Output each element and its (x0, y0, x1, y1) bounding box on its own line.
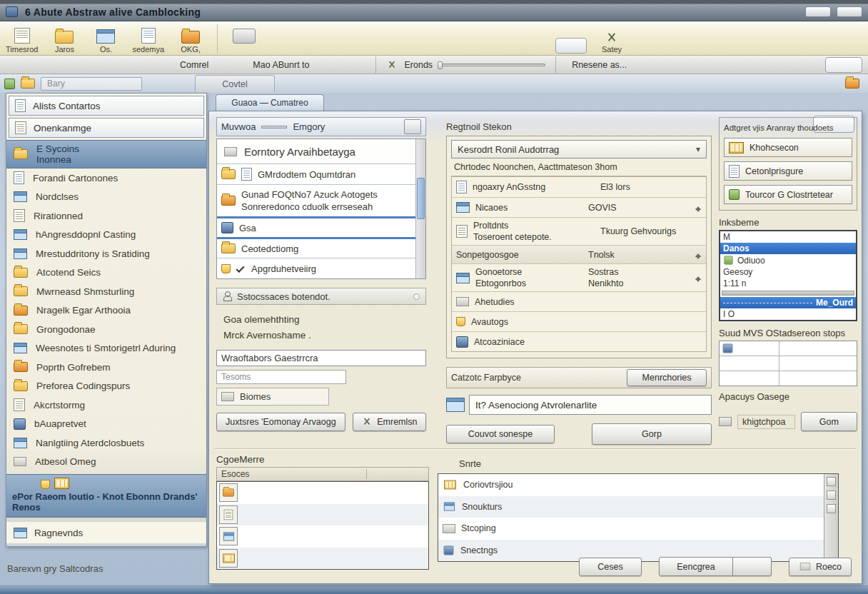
menu-item-comrel[interactable]: Comrel (180, 60, 208, 70)
list-item[interactable]: Stcoping (438, 518, 824, 540)
table-row[interactable] (720, 356, 857, 371)
steps-table[interactable] (719, 341, 857, 386)
list-item-selected[interactable]: Me_Ourd (720, 297, 856, 308)
list-item[interactable] (217, 525, 428, 548)
sidebar-item-epor-raeom-selected[interactable]: ePor Raeom loutio - Knot Ebonnn Drands' … (6, 474, 206, 518)
eencgrea-button[interactable]: Eencgrea (659, 557, 733, 576)
toolbar-button-os[interactable]: Os. (91, 29, 121, 54)
sidebar-item-onenkanmge[interactable]: Onenkanmge (9, 118, 204, 138)
schemes-listbox[interactable]: M Danos Odiuoo Geesoy 1:11 n Me_Ourd I O (719, 230, 857, 321)
scroll-icon[interactable] (827, 490, 836, 500)
regional-dropdown[interactable]: Kesrodrt Ronil Audotrrag ▾ (451, 140, 707, 158)
slider-thumb[interactable] (438, 61, 443, 69)
inventory-row[interactable]: Apgrduhetveiirg (217, 258, 415, 278)
help-button[interactable] (825, 57, 862, 73)
emremlsn-button[interactable]: Emremlsn (353, 413, 426, 431)
toolbar-button-safety[interactable]: Satey (597, 32, 627, 54)
inventory-row[interactable]: Ceotedctiomg (217, 237, 415, 258)
toolbar-button-sedemya[interactable]: sedemya (132, 28, 164, 54)
minimize-button[interactable] (805, 6, 831, 17)
list-item[interactable] (217, 548, 428, 570)
table-row[interactable]: Proltdnts Toseroent cetepote. Tkuurg Geh… (452, 217, 706, 245)
radio-indicator[interactable] (413, 293, 420, 300)
sidebar-item-nordclses[interactable]: Nordclses (6, 188, 206, 207)
sidebar-item-akcrtstormg[interactable]: Akcrtstormg (6, 396, 206, 415)
list-item[interactable]: Geesoy (720, 266, 856, 278)
menrchories-button[interactable]: Menrchories (627, 369, 707, 386)
inventory-row-selected[interactable]: Gsa (217, 216, 415, 237)
scroll-icon[interactable] (827, 504, 836, 513)
toolbar-button-jaros[interactable]: Jaros (49, 31, 79, 54)
tourcor-button[interactable]: Tourcor G Clostrtetear (724, 185, 852, 204)
cetonlprisgure-button[interactable]: Cetonlprisgure (724, 161, 852, 181)
table-row[interactable]: Gonoetorse Ebtogonrbos Sostras Nenikhto (452, 263, 706, 291)
list-item[interactable]: Coriovtrsjiou (438, 474, 824, 496)
dialog-tab[interactable]: Guaoa — Cumatreo (216, 94, 324, 111)
table-row[interactable]: Nicaoes GOVIS (452, 197, 706, 217)
close-button[interactable] (837, 6, 862, 17)
sidebar-item-casting[interactable]: hAngresddopnl Casting (6, 226, 206, 245)
sidebar-item-atbesol[interactable]: Atbesol Omeg (6, 453, 206, 472)
sidebar-item-preforea[interactable]: Preforea Codingspurs (6, 377, 206, 396)
panel-options-button[interactable] (404, 119, 421, 134)
sort-icon[interactable] (695, 273, 702, 282)
inventory-row[interactable]: Gunad FOQtNo7 Azuck Aotogets Sonreredonc… (217, 184, 415, 216)
structure-scrollbar[interactable] (824, 474, 838, 561)
sidebar-item-nragelk[interactable]: Nragelk Egar Arthooia (6, 301, 206, 321)
sidebar-item-forandi[interactable]: Forandi Cartonones (6, 168, 206, 188)
sort-icon[interactable] (695, 203, 702, 212)
categories-list[interactable] (216, 481, 429, 570)
toolbar-button-okg[interactable]: OKG, (176, 31, 206, 54)
table-row[interactable]: Avautogs (452, 311, 706, 331)
horizontal-scrollbar[interactable] (722, 291, 854, 296)
search-input[interactable]: Bary (41, 77, 142, 91)
registration-field[interactable]: Wraoftabors Gaestrrcra (216, 350, 426, 366)
sidebar-item-grongodonae[interactable]: Grongodonae (6, 320, 206, 339)
association-field[interactable]: It? Asenociong Atvrolenarlite (469, 395, 712, 415)
comment-bubble-button[interactable] (555, 38, 587, 54)
mini-slider[interactable] (261, 126, 287, 129)
sidebar-item-mwrneasd[interactable]: Mwrneasd Shmsturling (6, 282, 206, 301)
list-item[interactable]: Odiuoo (720, 254, 856, 266)
khohcsecon-button[interactable]: Khohcsecon (724, 138, 852, 157)
sidebar-item-bauapretvet[interactable]: bAuapretvet (6, 415, 206, 434)
categories-column-header[interactable]: Esoces (216, 467, 429, 481)
sidebar-item-sratiding[interactable]: Mrestuddritony is Sratiding (6, 244, 206, 263)
eencgrea-split-button[interactable]: Eencgrea (659, 557, 772, 576)
menu-item-rnesene[interactable]: Rnesene as... (572, 60, 627, 70)
list-item-selected[interactable]: Danos (720, 243, 856, 254)
roeco-button[interactable]: Roeco (789, 558, 852, 576)
list-item[interactable]: M (720, 231, 856, 243)
table-row[interactable] (720, 371, 857, 386)
tesoms-input[interactable]: Tesoms (216, 370, 346, 384)
sidebar-item-e-sycoins-selected[interactable]: E Sycoins Inonnea (6, 140, 206, 168)
scrollbar-thumb[interactable] (827, 477, 836, 486)
inventory-row[interactable]: GMrdodtem Oqumtdran (217, 163, 415, 184)
sidebar-item-poprth[interactable]: Poprth Gofrebem (6, 358, 206, 377)
list-item[interactable] (217, 504, 428, 526)
status-green-icon[interactable] (4, 79, 15, 89)
sidebar-item-rirationned[interactable]: Rirationned (6, 206, 206, 226)
table-row[interactable] (720, 341, 857, 356)
eencgrea-dropdown-button[interactable] (733, 557, 772, 576)
tab-covtel[interactable]: Covtel (195, 75, 275, 92)
ceses-button[interactable]: Ceses (579, 558, 642, 576)
inventory-scrollbar[interactable] (415, 139, 425, 278)
scrollbar-thumb[interactable] (417, 178, 425, 219)
sidebar-item-ragnevnds[interactable]: Ragnevnds (6, 522, 206, 543)
sort-icon[interactable] (695, 251, 702, 259)
table-row[interactable]: Atcoaziniace (452, 331, 706, 351)
list-item[interactable]: I O (720, 308, 856, 320)
sidebar-item-alists-contartos[interactable]: Alists Contartos (9, 96, 204, 116)
zoom-slider[interactable] (440, 64, 545, 66)
folder-icon[interactable] (21, 79, 35, 89)
list-item[interactable]: 1:11 n (720, 278, 856, 289)
juxtsres-button[interactable]: Juxtsres 'Eomonay Arvaogg (216, 413, 345, 431)
table-row[interactable]: Ahetudies (452, 291, 706, 311)
table-row[interactable]: ngoaxry AnGsstng El3 lors (452, 177, 706, 197)
sidebar-item-atcotend[interactable]: Atcotend Seics (6, 263, 206, 283)
menu-item-mao-abunrt[interactable]: Mao ABunrt to (253, 60, 309, 70)
couvot-sonespe-button[interactable]: Couvot sonespe (446, 425, 555, 443)
gorp-button[interactable]: Gorp (592, 423, 712, 445)
list-item[interactable] (217, 482, 428, 504)
